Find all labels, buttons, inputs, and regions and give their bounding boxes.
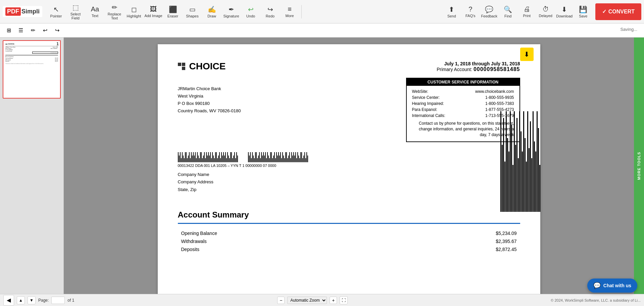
barcode-line [231, 152, 232, 162]
right-tool-send-button[interactable]: ⬆Send [442, 2, 461, 22]
barcode-line [223, 152, 224, 162]
right-tool-print-button[interactable]: 🖨Print [517, 2, 536, 22]
right-tool-feedback-button[interactable]: 💬Feedback [480, 2, 499, 22]
barcode-line [275, 158, 276, 162]
chat-widget[interactable]: 💬 Chat with us [587, 279, 637, 293]
barcode-line [189, 152, 190, 162]
right-barcode [500, 105, 540, 212]
barcode-line [262, 156, 263, 162]
tool-pointer-button[interactable]: ↖Pointer [46, 2, 66, 22]
right-tool-find-button[interactable]: 🔍Find [499, 2, 517, 22]
barcode-line [281, 158, 282, 162]
right-barcode-line [508, 151, 509, 212]
download-float-button[interactable]: ⬇ [520, 48, 534, 61]
grid-view-button[interactable]: ⊞ [3, 25, 14, 36]
tool-select-field-button[interactable]: ⬚Select Field [66, 2, 85, 22]
signature-icon: ✒ [229, 5, 234, 13]
draw-icon: ✍ [208, 5, 216, 13]
barcode-line [226, 158, 227, 162]
barcode-line [291, 152, 292, 162]
right-tool-save-button[interactable]: 💾Save [574, 2, 593, 22]
undo-sec-button[interactable]: ↩ [40, 25, 50, 36]
barcode-line [264, 156, 265, 162]
zoom-out-button[interactable]: − [277, 297, 285, 304]
tool-shapes-button[interactable]: ▭Shapes [183, 2, 202, 22]
right-barcode-line [526, 162, 527, 212]
tool-replace-text-button[interactable]: ✏Replace Text [105, 2, 124, 22]
barcode-line [185, 152, 186, 162]
deposits-value: $2,872.45 [496, 247, 516, 252]
barcode-line [271, 152, 272, 162]
right-barcode-line [507, 138, 508, 212]
right-sidebar[interactable]: MORE TOOLS [634, 38, 644, 294]
barcode-line [236, 152, 237, 162]
thumb-page-number: 1 [56, 42, 59, 46]
barcode-line [183, 156, 184, 162]
print-right-icon: 🖨 [524, 5, 530, 13]
redo-sec-button[interactable]: ↪ [52, 25, 62, 36]
tool-text-button[interactable]: AaText [85, 2, 105, 22]
convert-button[interactable]: ✓ CONVERT [595, 3, 641, 20]
list-view-button[interactable]: ☰ [15, 25, 26, 36]
right-barcode-line [522, 151, 523, 212]
barcode-1 [178, 152, 238, 162]
page-total: of 1 [67, 298, 74, 303]
barcode-line [178, 152, 179, 162]
page-next-button[interactable]: ▼ [28, 296, 36, 304]
barcode-line [285, 152, 286, 162]
tool-undo-button[interactable]: ↩Undo [241, 2, 260, 22]
right-barcode-line [534, 141, 535, 212]
fullscreen-button[interactable]: ⛶ [340, 296, 348, 304]
barcode-line [254, 158, 255, 162]
right-barcode-line [539, 165, 540, 212]
barcode-2 [248, 152, 308, 162]
barcode-line [282, 152, 283, 162]
document-page: ⬇ CHOICE JRMartin Choice Bank [158, 44, 540, 294]
barcode-line [257, 158, 258, 162]
barcode-line [206, 152, 207, 162]
sidebar-toggle-button[interactable]: ◀ [3, 295, 14, 306]
barcode-line [255, 152, 256, 162]
cs-service-label: Service Center: [412, 95, 440, 100]
barcode-line [220, 158, 221, 162]
thumb-preview: ■■ CHOICE JRMartin Choice BankWest Virgi… [3, 41, 60, 98]
barcode-line [293, 152, 294, 162]
barcode-line [272, 158, 273, 162]
tool-draw-button[interactable]: ✍Draw [202, 2, 221, 22]
barcode-line [258, 156, 259, 162]
right-barcode-line [511, 125, 512, 212]
company-info: CHOICE JRMartin Choice Bank West Virgini… [178, 61, 241, 115]
barcode-line [270, 152, 271, 162]
logo[interactable]: PDF Simpli [3, 6, 42, 17]
right-tool-delayed-button[interactable]: ⏱Delayed [536, 2, 555, 22]
edit-button[interactable]: ✏ [28, 25, 38, 36]
logo-sq1 [178, 63, 181, 66]
thumbnail-page-1[interactable]: 1 ■■ CHOICE JRMartin Choice BankWest Vir… [3, 40, 61, 99]
tool-highlight-button[interactable]: ◻Highlight [124, 2, 144, 22]
barcode-line [260, 158, 261, 162]
tool-add-image-button[interactable]: 🖼Add Image [144, 2, 163, 22]
tool-signature-button[interactable]: ✒Signature [221, 2, 241, 22]
barcode-line [179, 156, 180, 162]
tool-redo-button[interactable]: ↪Redo [260, 2, 280, 22]
page-prev-button[interactable]: ▲ [17, 296, 25, 304]
barcode-line [216, 152, 217, 162]
cs-intl-label: International Calls: [412, 113, 445, 118]
barcode-line [273, 156, 274, 162]
zoom-select[interactable]: Automatic Zoom 50% 75% 100% 125% 150% [287, 297, 327, 304]
tool-eraser-button[interactable]: ⬛Eraser [163, 2, 183, 22]
right-tool-download-button[interactable]: ⬇Download [555, 2, 574, 22]
right-tool-faqs-button[interactable]: ?FAQ's [461, 2, 480, 22]
barcode-line [200, 152, 201, 162]
page-input[interactable] [51, 297, 65, 304]
zoom-in-button[interactable]: + [330, 297, 337, 304]
save-right-icon: 💾 [579, 5, 587, 13]
withdrawals-value: $2,395.67 [496, 239, 516, 244]
right-barcode-line [523, 111, 524, 212]
date-range: July 1, 2018 through July 31, 2018 [406, 61, 520, 66]
faqs-right-icon: ? [468, 5, 472, 13]
document-area[interactable]: ⬇ CHOICE JRMartin Choice Bank [64, 38, 634, 294]
tool-more-button[interactable]: ≡More [280, 2, 299, 22]
barcode-line [232, 158, 233, 162]
barcode-line [230, 152, 231, 162]
